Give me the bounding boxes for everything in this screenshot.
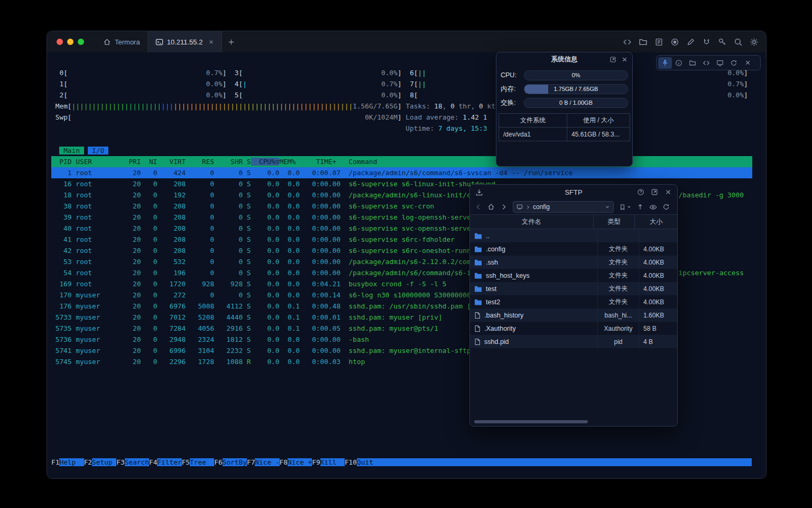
close-icon[interactable] [665, 188, 672, 196]
stat-value: 1.75GB / 7.65GB [524, 85, 628, 94]
info-icon[interactable] [672, 57, 686, 69]
upload-icon[interactable] [636, 203, 644, 211]
sftp-file-row[interactable]: sshd.pidpid4 B [470, 335, 677, 348]
sftp-file-row[interactable]: ssh_host_keys文件夹4.00KB [470, 269, 677, 282]
sysinfo-stat-memory: 内存: 1.75GB / 7.65GB [496, 84, 632, 94]
swap-usage-bar: 0 B / 1.00GB [524, 98, 628, 108]
sysinfo-stat-swap: 交换: 0 B / 1.00GB [496, 98, 632, 107]
filesystem-table-header: 文件系统 使用 / 大小 [499, 114, 630, 127]
file-type-cell: bash_hi... [598, 309, 639, 322]
settings-icon[interactable] [750, 38, 759, 47]
column-header-type[interactable]: 类型 [594, 215, 635, 229]
forward-icon[interactable] [500, 203, 508, 211]
htop-header-row[interactable]: PID USER PRI NI VIRT RES SHR S CPU%▽MEM%… [51, 156, 752, 167]
close-window-button[interactable] [57, 39, 63, 45]
home-icon[interactable] [487, 203, 495, 211]
terminal-icon[interactable] [713, 57, 727, 69]
system-info-panel: 系统信息 CPU: 0% 内存: 1.75GB / 7.65GB 交换: [496, 52, 633, 167]
folder-icon [474, 285, 482, 292]
traffic-lights [57, 39, 84, 45]
sftp-file-row[interactable]: test文件夹4.00KB [470, 282, 677, 295]
help-icon[interactable] [637, 188, 644, 196]
code-icon[interactable] [623, 38, 632, 47]
filesystem-row[interactable]: /dev/vda1 45.61GB / 58.3... [499, 127, 630, 141]
file-type-cell [598, 229, 639, 242]
file-name-cell: .config [470, 242, 598, 256]
file-size-cell: 4.00KB [639, 242, 677, 256]
folder-icon [474, 272, 482, 279]
tab-termora-home[interactable]: Termora [96, 31, 147, 52]
file-name-cell: .ssh [470, 256, 598, 269]
sftp-file-row[interactable]: .XauthorityXauthority58 B [470, 322, 677, 335]
sftp-file-row[interactable]: .ssh文件夹4.00KB [470, 256, 677, 269]
minimize-window-button[interactable] [67, 39, 73, 45]
tab-label: Termora [115, 38, 140, 46]
sysinfo-stat-cpu: CPU: 0% [496, 70, 632, 80]
log-icon[interactable] [654, 38, 663, 47]
key-icon[interactable] [718, 38, 727, 47]
refresh-icon[interactable] [662, 203, 670, 211]
folder-icon [474, 232, 482, 239]
sftp-titlebar[interactable]: SFTP [470, 185, 677, 199]
bookmark-menu[interactable] [619, 204, 631, 211]
magnet-icon[interactable] [702, 38, 711, 47]
zoom-window-button[interactable] [78, 39, 84, 45]
close-tab-icon[interactable] [208, 39, 214, 45]
file-size-cell: 4 B [639, 335, 677, 348]
file-size-cell: 58 B [639, 322, 677, 335]
show-hidden-icon[interactable] [649, 203, 657, 211]
file-type-cell: 文件夹 [598, 282, 639, 295]
stat-label: 交换: [501, 98, 524, 107]
open-in-window-icon[interactable] [610, 56, 616, 63]
edit-icon[interactable] [686, 38, 695, 47]
back-icon[interactable] [475, 203, 482, 211]
folder-icon[interactable] [639, 38, 648, 47]
toolbar-icons [623, 38, 759, 47]
sftp-window: SFTP config [469, 184, 678, 427]
chevron-down-icon[interactable] [605, 204, 610, 210]
file-size-cell: 1.60KB [639, 309, 677, 322]
column-header: 使用 / 大小 [567, 114, 630, 127]
column-header-name[interactable]: 文件名 [470, 215, 594, 229]
file-type-cell: 文件夹 [598, 242, 639, 256]
sftp-file-row[interactable]: test2文件夹4.00KB [470, 295, 677, 309]
folder-icon [474, 246, 482, 252]
close-icon[interactable] [741, 57, 754, 69]
file-size-cell: 4.00KB [639, 282, 677, 295]
file-size-cell: 4.00KB [639, 295, 677, 309]
cpu-meter-row: 1[ 0.0%] 4[| 0.7%] 7[|| 0.7%] [51, 78, 752, 89]
cpu-meter-row: 2[ 0.0%] 5[ 0.0%] 8[ 0.0%] [51, 89, 752, 101]
sftp-file-row[interactable]: .config文件夹4.00KB [470, 242, 677, 256]
stat-value: 0 B / 1.00GB [524, 98, 628, 107]
sftp-file-row[interactable]: .. [470, 229, 677, 242]
app-window: Termora 10.211.55.2 0[ [47, 31, 767, 479]
tab-session[interactable]: 10.211.55.2 [147, 31, 223, 52]
code-icon[interactable] [699, 57, 713, 69]
pin-icon[interactable] [658, 57, 672, 69]
swap-meter-row: Swp[ 0K/1024M] Load average: 1.42 1 [51, 112, 752, 123]
search-icon[interactable] [734, 38, 743, 47]
side-toolbar [656, 55, 761, 70]
close-icon[interactable] [621, 56, 628, 63]
file-size-cell: 4.00KB [639, 269, 677, 282]
refresh-icon[interactable] [727, 57, 741, 69]
new-tab-button[interactable] [227, 38, 235, 46]
chevron-right-icon [525, 205, 530, 210]
column-header-size[interactable]: 大小 [635, 215, 677, 229]
horizontal-scrollbar[interactable] [474, 420, 588, 423]
htop-process-row[interactable]: 1 root 20 0 424 0 0 S 0.0 0.0 0:00.07 /p… [51, 167, 752, 178]
open-in-window-icon[interactable] [651, 188, 658, 196]
tab-label: 10.211.55.2 [167, 38, 203, 46]
uptime-row: Uptime: 7 days, 15:3 [51, 123, 752, 134]
folder-icon [474, 298, 482, 305]
folder-icon[interactable] [686, 57, 699, 69]
memory-usage-bar: 1.75GB / 7.65GB [524, 84, 628, 94]
cpu-usage-bar: 0% [524, 70, 628, 80]
sftp-file-row[interactable]: .bash_historybash_hi...1.60KB [470, 309, 677, 322]
blank-row [51, 134, 752, 145]
htop-function-bar[interactable]: F1Help F2Setup F3SearchF4FilterF5Tree F6… [51, 457, 752, 468]
titlebar: Termora 10.211.55.2 [47, 31, 766, 53]
record-icon[interactable] [670, 38, 679, 47]
path-breadcrumb[interactable]: config [513, 201, 614, 213]
htop-screen-tabs[interactable]: Main I/O [51, 145, 752, 156]
